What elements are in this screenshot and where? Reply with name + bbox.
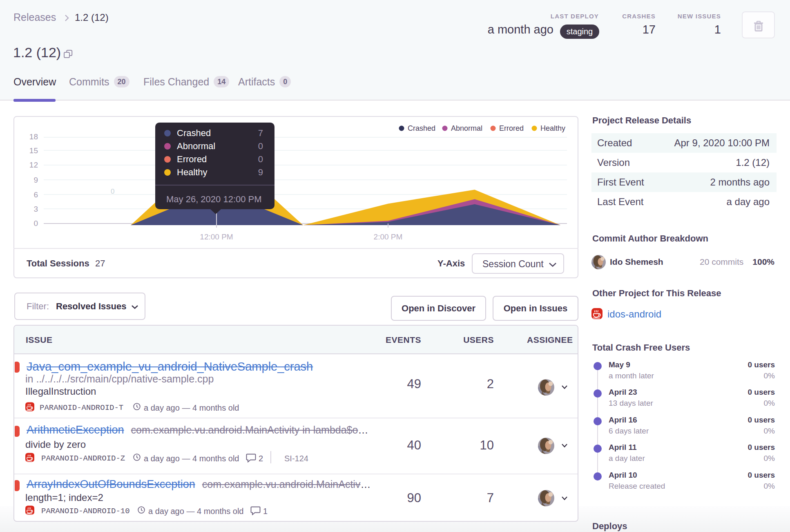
- svg-text:15: 15: [29, 146, 38, 155]
- svg-text:9: 9: [33, 176, 38, 184]
- svg-text:12: 12: [29, 161, 38, 169]
- svg-text:Errored: Errored: [499, 124, 524, 132]
- svg-text:Abnormal: Abnormal: [451, 124, 482, 132]
- svg-text:0: 0: [111, 188, 114, 195]
- svg-text:Healthy: Healthy: [540, 124, 565, 132]
- svg-text:18: 18: [29, 132, 38, 141]
- svg-text:0: 0: [33, 219, 38, 228]
- svg-text:3: 3: [33, 205, 38, 213]
- svg-text:Crashed: Crashed: [408, 124, 435, 132]
- svg-text:6: 6: [33, 190, 38, 199]
- svg-text:2:00 PM: 2:00 PM: [374, 232, 403, 241]
- svg-text:12:00 PM: 12:00 PM: [200, 232, 233, 241]
